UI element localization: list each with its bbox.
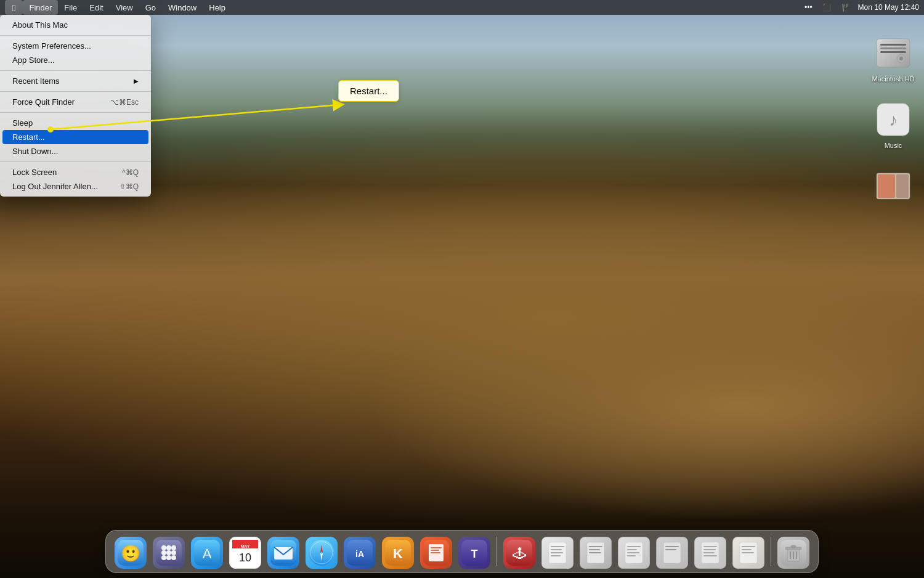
restart-tooltip: Restart... xyxy=(338,80,399,102)
screen-icon[interactable]: ⬛ xyxy=(820,3,834,12)
menubar-finder[interactable]: Finder xyxy=(23,0,58,15)
menu-sleep[interactable]: Sleep xyxy=(2,116,148,130)
music-icon: ♪ xyxy=(873,100,913,139)
dock-doc5[interactable] xyxy=(693,534,727,569)
doc1-icon xyxy=(541,537,573,569)
desktop-icons: Macintosh HD ♪ Music xyxy=(862,25,924,217)
svg-point-34 xyxy=(309,540,334,566)
svg-rect-62 xyxy=(627,549,637,550)
apple-menu-dropdown: About This Mac System Preferences... App… xyxy=(0,15,151,197)
doc2-icon xyxy=(580,537,612,569)
dock-joystick[interactable]: 🕹 xyxy=(502,534,537,569)
mail-icon xyxy=(267,537,299,569)
svg-rect-71 xyxy=(703,552,715,553)
svg-point-25 xyxy=(166,555,171,560)
svg-rect-57 xyxy=(589,546,602,547)
menubar-right: ••• ⬛ 🏴 Mon 10 May 12:40 xyxy=(802,3,919,12)
menubar-file[interactable]: File xyxy=(58,0,83,15)
dock-doc4[interactable] xyxy=(655,534,689,569)
svg-text:MAY: MAY xyxy=(241,544,250,548)
menu-separator-4 xyxy=(0,112,151,113)
menubar-edit[interactable]: Edit xyxy=(83,0,109,15)
svg-rect-54 xyxy=(551,552,563,553)
svg-rect-52 xyxy=(551,546,564,547)
dock-calendar[interactable]: MAY 10 xyxy=(228,534,262,569)
svg-rect-59 xyxy=(589,552,601,553)
lock-screen-shortcut: ^⌘Q xyxy=(122,168,139,177)
menubar-window[interactable]: Window xyxy=(162,0,203,15)
flag-icon[interactable]: 🏴 xyxy=(839,3,853,12)
svg-rect-61 xyxy=(627,546,641,547)
menu-shut-down[interactable]: Shut Down... xyxy=(2,144,148,158)
ellipsis-icon[interactable]: ••• xyxy=(802,3,815,12)
desktop:  Finder File Edit View Go Window Help •… xyxy=(0,0,924,578)
doc3-icon xyxy=(618,537,650,569)
trash-icon xyxy=(777,537,809,569)
apple-menu-button[interactable]:  xyxy=(5,0,23,15)
svg-point-8 xyxy=(899,57,903,60)
svg-rect-64 xyxy=(627,555,636,556)
menu-recent-items[interactable]: Recent Items ▶ xyxy=(2,74,148,88)
launchpad-icon xyxy=(153,537,185,569)
svg-rect-13 xyxy=(896,174,909,198)
appstore-icon: A xyxy=(191,537,223,569)
doc5-icon xyxy=(694,537,726,569)
menu-about-this-mac[interactable]: About This Mac xyxy=(2,18,148,32)
svg-text:A: A xyxy=(203,546,212,561)
svg-rect-66 xyxy=(665,546,679,547)
joystick-icon: 🕹 xyxy=(503,537,535,569)
svg-rect-67 xyxy=(665,549,676,550)
dock-ia-writer[interactable]: iA xyxy=(342,534,377,569)
svg-text:T: T xyxy=(471,548,478,560)
dock-separator-1 xyxy=(496,537,497,566)
svg-rect-4 xyxy=(880,44,906,46)
doc6-icon xyxy=(732,537,764,569)
dock-doc6[interactable] xyxy=(731,534,766,569)
svg-rect-45 xyxy=(431,550,439,551)
svg-point-20 xyxy=(171,545,176,550)
dock-trash[interactable] xyxy=(776,534,811,569)
dock-keka[interactable]: K xyxy=(381,534,415,569)
menubar:  Finder File Edit View Go Window Help •… xyxy=(0,0,924,15)
svg-rect-55 xyxy=(551,555,561,556)
dock-safari[interactable] xyxy=(304,534,339,569)
desktop-icon-macintosh-hd[interactable]: Macintosh HD xyxy=(869,31,918,85)
teams-icon: T xyxy=(458,537,490,569)
menubar-left:  Finder File Edit View Go Window Help xyxy=(5,0,232,15)
svg-rect-44 xyxy=(431,547,442,548)
svg-rect-46 xyxy=(431,552,440,553)
svg-text:K: K xyxy=(393,546,403,561)
svg-rect-76 xyxy=(742,552,754,553)
pages-icon xyxy=(420,537,452,569)
svg-rect-58 xyxy=(589,549,600,550)
svg-text:🙂: 🙂 xyxy=(121,543,141,563)
menubar-go[interactable]: Go xyxy=(139,0,162,15)
menu-app-store[interactable]: App Store... xyxy=(2,53,148,67)
dock-doc3[interactable] xyxy=(617,534,651,569)
menubar-view[interactable]: View xyxy=(110,0,139,15)
dock-mail[interactable] xyxy=(266,534,301,569)
dock-doc2[interactable] xyxy=(578,534,613,569)
menu-lock-screen[interactable]: Lock Screen ^⌘Q xyxy=(2,165,148,179)
log-out-shortcut: ⇧⌘Q xyxy=(120,182,139,191)
svg-text:10: 10 xyxy=(239,552,251,564)
desktop-icon-img[interactable] xyxy=(869,164,918,211)
macintosh-hd-icon xyxy=(873,33,913,73)
dock-appstore[interactable]: A xyxy=(190,534,224,569)
dock-teams[interactable]: T xyxy=(457,534,492,569)
desktop-icon-music[interactable]: ♪ Music xyxy=(869,97,918,152)
svg-text:♪: ♪ xyxy=(889,110,898,129)
menu-restart[interactable]: Restart... xyxy=(2,130,148,144)
menu-separator-5 xyxy=(0,161,151,162)
dock-pages[interactable] xyxy=(419,534,453,569)
menu-force-quit[interactable]: Force Quit Finder ⌥⌘Esc xyxy=(2,95,148,109)
dock-finder[interactable]: 🙂 xyxy=(113,534,148,569)
svg-rect-70 xyxy=(703,549,716,550)
menu-system-preferences[interactable]: System Preferences... xyxy=(2,39,148,53)
svg-point-19 xyxy=(166,545,171,550)
keka-icon: K xyxy=(382,537,414,569)
dock-doc1[interactable] xyxy=(540,534,575,569)
menubar-help[interactable]: Help xyxy=(203,0,232,15)
dock-launchpad[interactable] xyxy=(152,534,186,569)
menu-log-out[interactable]: Log Out Jennifer Allen... ⇧⌘Q xyxy=(2,179,148,193)
